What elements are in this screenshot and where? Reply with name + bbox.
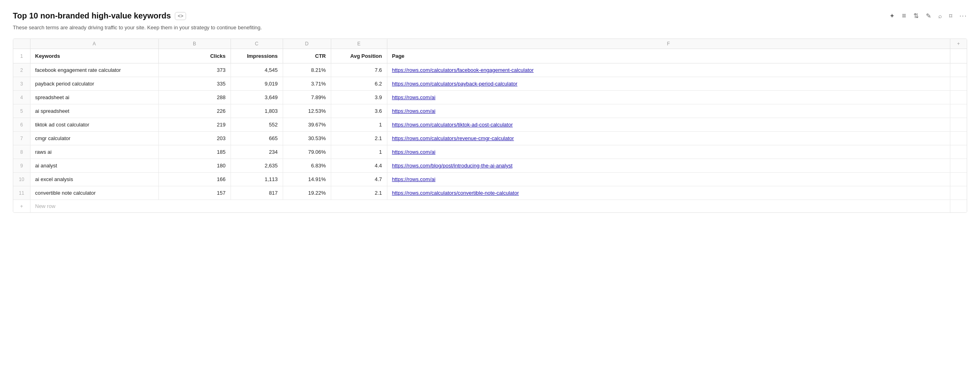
- cell-empty: [950, 145, 967, 159]
- cell-clicks: 219: [158, 118, 231, 132]
- cell-ctr: 3.71%: [283, 77, 331, 91]
- row-num: 4: [13, 91, 30, 104]
- cell-avg-position: 4.4: [331, 159, 387, 173]
- cell-empty: [950, 159, 967, 173]
- cell-page[interactable]: https://rows.com/ai: [387, 145, 950, 159]
- row-num: 10: [13, 173, 30, 186]
- toolbar-icons: ✦ ≡ ⇅ ✎ ⌕ ⌑ ···: [889, 12, 967, 20]
- new-row-icon: +: [13, 200, 30, 213]
- row-num: 6: [13, 118, 30, 132]
- title-area: Top 10 non-branded high-value keywords <…: [13, 11, 186, 20]
- cell-keyword: raws ai: [30, 145, 158, 159]
- cell-ctr: 39.67%: [283, 118, 331, 132]
- cell-page[interactable]: https://rows.com/ai: [387, 104, 950, 118]
- cell-clicks: 180: [158, 159, 231, 173]
- header-add: [950, 49, 967, 63]
- cell-avg-position: 2.1: [331, 186, 387, 200]
- cell-ctr: 6.83%: [283, 159, 331, 173]
- cell-impressions: 1,803: [231, 104, 283, 118]
- cell-page[interactable]: https://rows.com/ai: [387, 91, 950, 104]
- edit-icon[interactable]: ✎: [926, 12, 931, 20]
- new-row-label[interactable]: New row: [30, 200, 950, 213]
- data-table: A B C D E F + 1 Keywords Clicks Impressi…: [13, 39, 967, 212]
- cell-clicks: 166: [158, 173, 231, 186]
- cell-impressions: 4,545: [231, 63, 283, 77]
- col-header-b: B: [158, 39, 231, 49]
- cell-clicks: 373: [158, 63, 231, 77]
- cell-clicks: 226: [158, 104, 231, 118]
- spark-icon[interactable]: ✦: [889, 12, 895, 20]
- sort-icon[interactable]: ⇅: [913, 12, 919, 20]
- col-header-rownum: [13, 39, 30, 49]
- new-row[interactable]: + New row: [13, 200, 967, 213]
- cell-empty: [950, 186, 967, 200]
- cell-avg-position: 3.9: [331, 91, 387, 104]
- cell-impressions: 2,635: [231, 159, 283, 173]
- cell-clicks: 185: [158, 145, 231, 159]
- cell-page[interactable]: https://rows.com/calculators/payback-per…: [387, 77, 950, 91]
- cell-avg-position: 7.6: [331, 63, 387, 77]
- table-wrapper: A B C D E F + 1 Keywords Clicks Impressi…: [13, 39, 967, 213]
- comment-icon[interactable]: ⌑: [949, 12, 952, 20]
- col-header-d: D: [283, 39, 331, 49]
- cell-ctr: 7.89%: [283, 91, 331, 104]
- cell-impressions: 665: [231, 132, 283, 145]
- cell-page[interactable]: https://rows.com/calculators/tiktok-ad-c…: [387, 118, 950, 132]
- cell-ctr: 79.06%: [283, 145, 331, 159]
- col-header-a: A: [30, 39, 158, 49]
- header-rownum: 1: [13, 49, 30, 63]
- col-header-f: F: [387, 39, 950, 49]
- table-row: 5 ai spreadsheet 226 1,803 12.53% 3.6 ht…: [13, 104, 967, 118]
- code-badge[interactable]: <>: [175, 12, 186, 20]
- col-letter-row: A B C D E F +: [13, 39, 967, 49]
- cell-keyword: convertible note calculator: [30, 186, 158, 200]
- cell-keyword: ai spreadsheet: [30, 104, 158, 118]
- cell-clicks: 203: [158, 132, 231, 145]
- filter-icon[interactable]: ≡: [902, 12, 906, 20]
- header-avg-position: Avg Position: [331, 49, 387, 63]
- table-row: 2 facebook engagement rate calculator 37…: [13, 63, 967, 77]
- cell-impressions: 1,113: [231, 173, 283, 186]
- cell-impressions: 552: [231, 118, 283, 132]
- cell-page[interactable]: https://rows.com/blog/post/introducing-t…: [387, 159, 950, 173]
- column-headers: 1 Keywords Clicks Impressions CTR Avg Po…: [13, 49, 967, 63]
- cell-ctr: 8.21%: [283, 63, 331, 77]
- cell-empty: [950, 132, 967, 145]
- cell-impressions: 234: [231, 145, 283, 159]
- header-keywords: Keywords: [30, 49, 158, 63]
- cell-empty: [950, 63, 967, 77]
- cell-clicks: 288: [158, 91, 231, 104]
- table-row: 4 spreadsheet ai 288 3,649 7.89% 3.9 htt…: [13, 91, 967, 104]
- cell-avg-position: 1: [331, 118, 387, 132]
- cell-keyword: tiktok ad cost calculator: [30, 118, 158, 132]
- add-column-button[interactable]: +: [950, 39, 967, 49]
- cell-empty: [950, 118, 967, 132]
- cell-page[interactable]: https://rows.com/ai: [387, 173, 950, 186]
- row-num: 5: [13, 104, 30, 118]
- cell-page[interactable]: https://rows.com/calculators/revenue-cmg…: [387, 132, 950, 145]
- col-header-c: C: [231, 39, 283, 49]
- cell-page[interactable]: https://rows.com/calculators/convertible…: [387, 186, 950, 200]
- header-page: Page: [387, 49, 950, 63]
- cell-keyword: ai excel analysis: [30, 173, 158, 186]
- table-row: 11 convertible note calculator 157 817 1…: [13, 186, 967, 200]
- header-clicks: Clicks: [158, 49, 231, 63]
- cell-impressions: 817: [231, 186, 283, 200]
- table-row: 6 tiktok ad cost calculator 219 552 39.6…: [13, 118, 967, 132]
- subtitle: These search terms are already driving t…: [13, 24, 967, 31]
- header-ctr: CTR: [283, 49, 331, 63]
- table-row: 10 ai excel analysis 166 1,113 14.91% 4.…: [13, 173, 967, 186]
- col-header-e: E: [331, 39, 387, 49]
- cell-page[interactable]: https://rows.com/calculators/facebook-en…: [387, 63, 950, 77]
- more-icon[interactable]: ···: [960, 12, 967, 20]
- cell-clicks: 335: [158, 77, 231, 91]
- cell-avg-position: 1: [331, 145, 387, 159]
- row-num: 2: [13, 63, 30, 77]
- page-container: Top 10 non-branded high-value keywords <…: [0, 0, 980, 387]
- search-icon[interactable]: ⌕: [938, 12, 942, 19]
- page-title: Top 10 non-branded high-value keywords: [13, 11, 171, 20]
- cell-ctr: 12.53%: [283, 104, 331, 118]
- cell-avg-position: 2.1: [331, 132, 387, 145]
- table-row: 3 payback period calculator 335 9,019 3.…: [13, 77, 967, 91]
- cell-empty: [950, 91, 967, 104]
